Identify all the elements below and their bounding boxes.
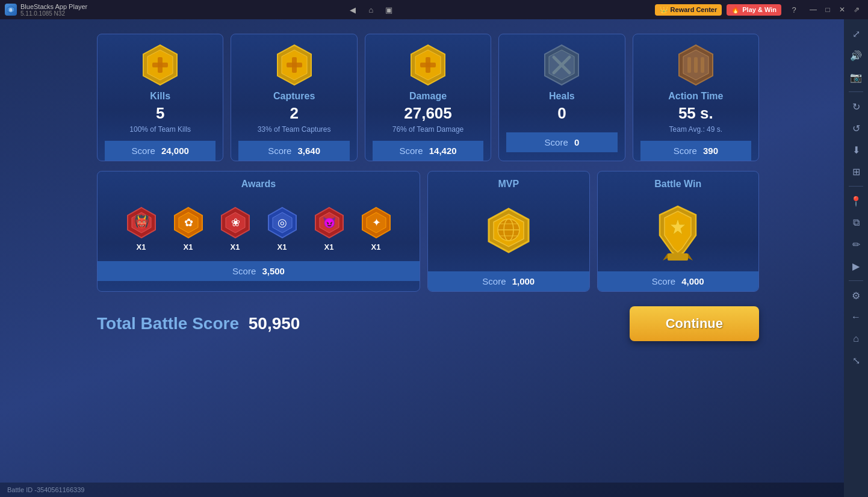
left-arrow-icon[interactable]: ←	[846, 307, 866, 327]
bottom-row: Awards 👹 X1 ✿	[97, 171, 759, 292]
battle-win-score-value: 4,000	[681, 276, 704, 286]
mvp-icon	[482, 207, 536, 261]
crown-icon: 👑	[660, 6, 668, 14]
damage-value: 27,605	[404, 104, 452, 123]
layers-icon[interactable]: ⧉	[846, 213, 866, 232]
titlebar-left: B BlueStacks App Player 5.11.0.1085 N32	[5, 3, 87, 17]
award-count-5: X1	[324, 242, 334, 252]
settings-icon[interactable]: ⚙	[846, 286, 866, 305]
damage-detail: 76% of Team Damage	[392, 125, 464, 134]
svg-text:👹: 👹	[134, 214, 149, 229]
minimize-btn[interactable]: ―	[807, 3, 820, 16]
app-name-text: BlueStacks App Player	[20, 3, 87, 10]
award-item-2: ✿ X1	[172, 206, 205, 252]
macro-icon[interactable]: ▶	[846, 256, 866, 276]
battle-win-title: Battle Win	[598, 171, 759, 197]
awards-title: Awards	[98, 171, 420, 197]
total-value: 50,950	[249, 314, 300, 333]
camera-icon[interactable]: 📷	[846, 67, 866, 87]
heals-value: 0	[557, 104, 566, 123]
copy-btn[interactable]: ▣	[381, 3, 397, 16]
app-logo: B	[5, 4, 17, 16]
erase-icon[interactable]: ✏	[846, 235, 866, 254]
total-row: Total Battle Score 50,950 Continue	[97, 306, 759, 341]
download-icon[interactable]: ⬇	[846, 140, 866, 159]
captures-label: Captures	[273, 91, 315, 102]
award-item-1: 👹 X1	[125, 206, 158, 252]
kills-card: Kills 5 100% of Team Kills Score 24,000	[97, 34, 223, 161]
svg-rect-52	[668, 253, 688, 261]
damage-label: Damage	[409, 91, 447, 102]
titlebar-right: 👑 Reward Center 🔥 Play & Win ? ― □ ✕ ⇗	[655, 3, 863, 16]
mvp-score-label: Score	[482, 276, 506, 286]
award-item-6: ✦ X1	[360, 206, 392, 252]
award-badge-5: 😈	[313, 206, 346, 239]
heals-icon	[541, 44, 583, 86]
svg-text:😈: 😈	[323, 216, 336, 229]
captures-score-bar: Score 3,640	[238, 141, 349, 161]
award-badge-4: ◎	[266, 206, 299, 239]
home-btn[interactable]: ⌂	[363, 3, 379, 16]
help-btn[interactable]: ?	[786, 3, 802, 16]
battle-win-icon-area	[598, 197, 759, 271]
award-badge-6: ✦	[360, 206, 392, 239]
svg-text:◎: ◎	[277, 217, 287, 229]
action-time-value: 55 s.	[678, 104, 713, 123]
home2-icon[interactable]: ⌂	[846, 329, 866, 348]
svg-rect-5	[152, 63, 168, 67]
titlebar-appname: BlueStacks App Player 5.11.0.1085 N32	[20, 3, 87, 17]
award-item-3: ❀ X1	[219, 206, 252, 252]
award-item-5: 😈 X1	[313, 206, 346, 252]
award-item-4: ◎ X1	[266, 206, 299, 252]
mvp-score-bar: Score 1,000	[428, 271, 589, 291]
play-win-btn[interactable]: 🔥 Play & Win	[727, 4, 781, 16]
damage-score-label: Score	[399, 146, 423, 156]
action-time-score-label: Score	[674, 146, 697, 156]
total-label: Total Battle Score	[97, 314, 239, 333]
right-sidebar: ⤢ 🔊 📷 ↻ ↺ ⬇ ⊞ 📍 ⧉ ✏ ▶ ⚙ ← ⌂ ⤡	[844, 19, 868, 497]
continue-button[interactable]: Continue	[630, 306, 759, 341]
mvp-card: MVP Score 1,000	[427, 171, 590, 292]
expand-btn[interactable]: ⇗	[850, 3, 863, 16]
svg-rect-21	[694, 57, 698, 73]
award-badge-2: ✿	[172, 206, 205, 239]
awards-score-value: 3,500	[262, 266, 285, 276]
svg-text:✿: ✿	[184, 217, 193, 229]
kills-value: 5	[156, 104, 164, 123]
fullscreen-icon[interactable]: ⤢	[846, 24, 866, 43]
kills-detail: 100% of Team Kills	[129, 125, 191, 134]
damage-score-bar: Score 14,420	[373, 141, 483, 161]
battle-id: Battle ID -3540561166339	[7, 486, 84, 493]
award-count-6: X1	[371, 242, 381, 252]
heals-card: Heals 0 Score 0	[498, 34, 625, 161]
kills-score-bar: Score 24,000	[105, 141, 215, 161]
mvp-icon-area	[428, 197, 589, 271]
svg-marker-53	[663, 253, 668, 261]
volume-icon[interactable]: 🔊	[846, 46, 866, 65]
awards-card: Awards 👹 X1 ✿	[97, 171, 420, 292]
svg-rect-22	[701, 57, 704, 73]
kills-score-label: Score	[132, 146, 155, 156]
svg-text:B: B	[9, 8, 12, 12]
main-content: Kills 5 100% of Team Kills Score 24,000 …	[0, 19, 844, 497]
rotate2-icon[interactable]: ↺	[846, 119, 866, 138]
awards-icons: 👹 X1 ✿ X1	[98, 197, 420, 261]
maximize-btn[interactable]: □	[821, 3, 834, 16]
rotate-icon[interactable]: ↻	[846, 97, 866, 116]
action-time-icon	[675, 44, 717, 86]
sidebar-divider-1	[849, 91, 863, 92]
expand2-icon[interactable]: ⤡	[846, 351, 866, 370]
back-btn[interactable]: ◀	[345, 3, 361, 16]
close-btn[interactable]: ✕	[835, 3, 849, 16]
sidebar-divider-3	[849, 280, 863, 281]
awards-score-label: Score	[232, 266, 256, 276]
titlebar-nav: ◀ ⌂ ▣	[345, 3, 397, 16]
award-count-2: X1	[184, 242, 193, 252]
window-controls: ― □ ✕ ⇗	[807, 3, 863, 16]
battle-win-card: Battle Win Score 4,000	[597, 171, 760, 292]
damage-card: Damage 27,605 76% of Team Damage Score 1…	[365, 34, 491, 161]
award-count-4: X1	[277, 242, 287, 252]
location-icon[interactable]: 📍	[846, 191, 866, 211]
apps-icon[interactable]: ⊞	[846, 162, 866, 181]
reward-center-btn[interactable]: 👑 Reward Center	[655, 4, 722, 16]
